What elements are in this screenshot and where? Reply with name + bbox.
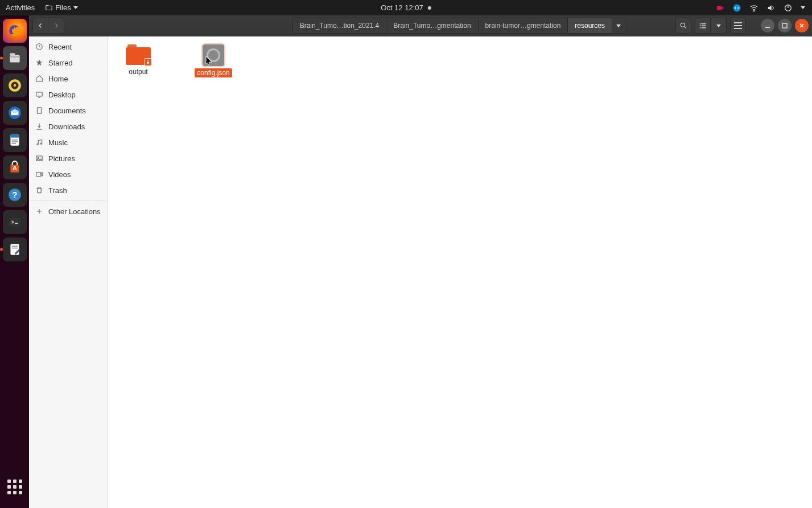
ubuntu-dock: A ?: [0, 15, 29, 508]
sidebar-item-trash[interactable]: Trash: [29, 182, 107, 198]
svg-rect-6: [10, 56, 19, 58]
star-icon: [35, 58, 44, 67]
sidebar-label: Pictures: [48, 154, 75, 163]
svg-rect-40: [36, 173, 41, 177]
sidebar-item-videos[interactable]: Videos: [29, 166, 107, 182]
help-icon: ?: [7, 187, 22, 202]
back-button[interactable]: [32, 18, 48, 34]
list-view-button[interactable]: [695, 18, 711, 34]
sidebar-item-other-locations[interactable]: Other Locations: [29, 203, 107, 219]
svg-rect-28: [702, 25, 706, 26]
system-menu-chevron-icon[interactable]: [801, 6, 805, 9]
path-segment-2[interactable]: brain-tumor…gmentation: [478, 18, 568, 34]
svg-rect-20: [9, 218, 20, 226]
sidebar-item-desktop[interactable]: Desktop: [29, 87, 107, 103]
chevron-down-icon: [716, 24, 721, 27]
dock-thunderbird[interactable]: [3, 101, 27, 125]
svg-text:A: A: [13, 165, 17, 171]
view-options-button[interactable]: [711, 18, 727, 34]
hamburger-menu[interactable]: [730, 18, 746, 34]
wifi-icon[interactable]: [749, 3, 759, 13]
documents-icon: [35, 106, 44, 115]
svg-rect-14: [11, 140, 18, 141]
svg-rect-26: [702, 23, 706, 24]
svg-rect-32: [782, 23, 787, 28]
terminal-icon: [7, 215, 22, 230]
svg-rect-35: [38, 108, 42, 114]
dock-terminal[interactable]: [3, 210, 27, 234]
svg-point-24: [681, 23, 685, 27]
maximize-button[interactable]: [778, 19, 792, 32]
file-config-json[interactable]: config.json: [193, 44, 234, 77]
json-file-icon: [203, 44, 224, 66]
videos-icon: [35, 170, 44, 179]
svg-rect-22: [11, 246, 18, 247]
teamviewer-icon[interactable]: [732, 3, 741, 13]
svg-rect-23: [11, 248, 18, 249]
sidebar-item-pictures[interactable]: Pictures: [29, 150, 107, 166]
sidebar-label: Home: [48, 75, 68, 83]
minimize-button[interactable]: [761, 19, 774, 32]
sidebar-item-starred[interactable]: Starred: [29, 55, 107, 71]
clock[interactable]: Oct 12 12:07: [381, 3, 431, 12]
sidebar-item-home[interactable]: Home: [29, 71, 107, 87]
svg-point-2: [753, 10, 754, 11]
svg-rect-41: [147, 62, 149, 64]
list-icon: [699, 22, 707, 30]
dock-software[interactable]: A: [3, 155, 27, 179]
dock-writer[interactable]: [3, 128, 27, 152]
search-button[interactable]: [675, 18, 691, 34]
gnome-top-panel: Activities Files Oct 12 12:07: [0, 0, 812, 15]
svg-rect-0: [717, 6, 722, 10]
sidebar-label: Starred: [48, 59, 73, 67]
svg-rect-31: [765, 27, 770, 28]
thunderbird-icon: [7, 105, 22, 120]
datetime-label: Oct 12 12:07: [381, 3, 423, 12]
volume-icon[interactable]: [766, 3, 776, 13]
svg-rect-13: [10, 134, 19, 137]
folder-output[interactable]: output: [118, 44, 159, 76]
files-window: Brain_Tumo…tion_2021.4 Brain_Tumo…gmenta…: [29, 15, 812, 508]
sidebar-item-downloads[interactable]: Downloads: [29, 118, 107, 134]
sidebar-item-documents[interactable]: Documents: [29, 103, 107, 118]
clock-icon: [35, 42, 44, 51]
path-segment-0[interactable]: Brain_Tumo…tion_2021.4: [292, 18, 386, 34]
sidebar-item-music[interactable]: Music: [29, 134, 107, 150]
svg-rect-29: [700, 27, 701, 28]
path-dropdown[interactable]: [612, 18, 625, 34]
power-icon[interactable]: [784, 3, 793, 13]
dock-text-editor[interactable]: [3, 237, 27, 261]
chevron-left-icon: [37, 22, 44, 29]
music-icon: [35, 138, 44, 147]
show-applications[interactable]: [3, 475, 27, 499]
forward-button[interactable]: [48, 18, 64, 34]
pictures-icon: [35, 154, 44, 163]
home-icon: [35, 74, 44, 83]
svg-rect-27: [700, 25, 701, 26]
path-segment-3[interactable]: resources: [567, 18, 612, 34]
places-sidebar: Recent Starred Home Desktop Documents: [29, 36, 108, 508]
sidebar-separator: [29, 200, 107, 201]
sidebar-label: Documents: [48, 106, 86, 115]
dock-files[interactable]: [3, 46, 27, 70]
dock-help[interactable]: ?: [3, 183, 27, 207]
icon-view[interactable]: output config.json: [108, 36, 812, 508]
path-segment-1[interactable]: Brain_Tumo…gmentation: [386, 18, 477, 34]
file-label: output: [126, 67, 150, 76]
svg-rect-30: [702, 27, 706, 28]
screencast-icon[interactable]: [715, 3, 724, 13]
chevron-down-icon: [616, 24, 621, 27]
activities-button[interactable]: Activities: [6, 3, 35, 12]
file-label: config.json: [195, 68, 232, 77]
close-button[interactable]: [795, 19, 809, 32]
sidebar-label: Downloads: [48, 122, 85, 131]
sidebar-item-recent[interactable]: Recent: [29, 39, 107, 55]
svg-text:?: ?: [12, 190, 17, 199]
maximize-icon: [782, 23, 788, 28]
dock-rhythmbox[interactable]: [3, 73, 27, 97]
sidebar-label: Recent: [48, 43, 72, 51]
sidebar-label: Desktop: [48, 91, 76, 99]
svg-rect-16: [11, 143, 16, 144]
dock-firefox[interactable]: [3, 19, 27, 43]
app-menu-files[interactable]: Files: [45, 3, 77, 12]
